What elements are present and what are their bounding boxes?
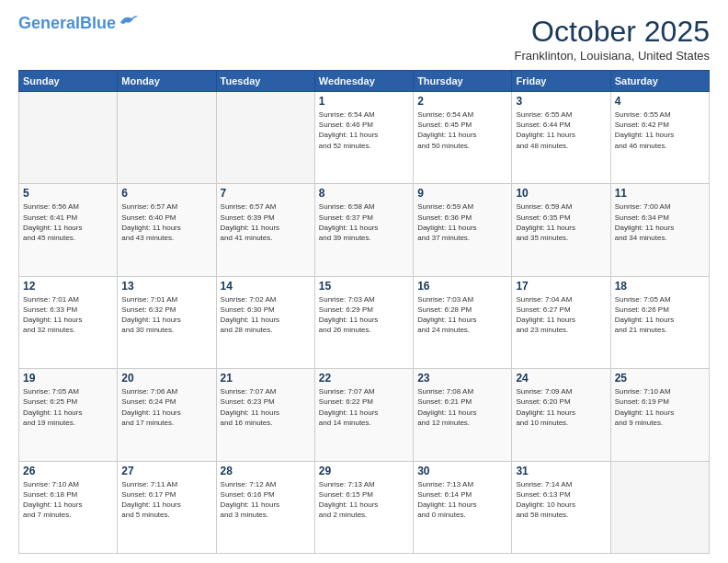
table-row: 9Sunrise: 6:59 AM Sunset: 6:36 PM Daylig… (414, 184, 512, 276)
day-number: 13 (121, 280, 211, 293)
day-number: 20 (121, 372, 211, 385)
day-number: 30 (417, 465, 507, 477)
table-row: 3Sunrise: 6:55 AM Sunset: 6:44 PM Daylig… (512, 92, 610, 184)
title-block: October 2025 Franklinton, Louisiana, Uni… (515, 15, 710, 63)
day-number: 6 (121, 187, 211, 200)
col-friday: Friday (512, 71, 610, 92)
day-number: 29 (319, 465, 409, 477)
table-row: 18Sunrise: 7:05 AM Sunset: 6:26 PM Dayli… (610, 276, 709, 368)
table-row: 30Sunrise: 7:13 AM Sunset: 6:14 PM Dayli… (414, 461, 512, 553)
day-info: Sunrise: 7:04 AM Sunset: 6:27 PM Dayligh… (516, 294, 606, 336)
day-number: 10 (516, 187, 606, 200)
day-number: 1 (319, 95, 409, 108)
table-row: 1Sunrise: 6:54 AM Sunset: 6:46 PM Daylig… (314, 92, 413, 184)
day-number: 24 (516, 372, 606, 385)
day-info: Sunrise: 6:57 AM Sunset: 6:39 PM Dayligh… (221, 201, 311, 243)
logo-bird-icon (119, 13, 139, 28)
table-row (610, 461, 709, 553)
location: Franklinton, Louisiana, United States (515, 49, 710, 63)
table-row: 19Sunrise: 7:05 AM Sunset: 6:25 PM Dayli… (19, 369, 118, 461)
header-row: Sunday Monday Tuesday Wednesday Thursday… (19, 71, 710, 92)
day-info: Sunrise: 7:13 AM Sunset: 6:15 PM Dayligh… (319, 479, 409, 521)
day-number: 21 (221, 372, 311, 385)
col-monday: Monday (118, 71, 216, 92)
table-row: 27Sunrise: 7:11 AM Sunset: 6:17 PM Dayli… (118, 461, 216, 553)
table-row: 26Sunrise: 7:10 AM Sunset: 6:18 PM Dayli… (19, 461, 118, 553)
table-row: 7Sunrise: 6:57 AM Sunset: 6:39 PM Daylig… (216, 184, 314, 276)
calendar-week-row: 26Sunrise: 7:10 AM Sunset: 6:18 PM Dayli… (19, 461, 710, 553)
day-info: Sunrise: 7:05 AM Sunset: 6:26 PM Dayligh… (615, 294, 705, 336)
day-info: Sunrise: 7:00 AM Sunset: 6:34 PM Dayligh… (615, 201, 705, 243)
day-info: Sunrise: 6:59 AM Sunset: 6:36 PM Dayligh… (417, 201, 507, 243)
table-row: 15Sunrise: 7:03 AM Sunset: 6:29 PM Dayli… (314, 276, 413, 368)
day-number: 22 (319, 372, 409, 385)
day-number: 4 (615, 95, 705, 108)
day-number: 11 (615, 187, 705, 200)
day-number: 14 (221, 280, 311, 293)
table-row (118, 92, 216, 184)
table-row (19, 92, 118, 184)
table-row: 22Sunrise: 7:07 AM Sunset: 6:22 PM Dayli… (314, 369, 413, 461)
table-row: 29Sunrise: 7:13 AM Sunset: 6:15 PM Dayli… (314, 461, 413, 553)
day-number: 5 (23, 187, 113, 200)
day-info: Sunrise: 6:57 AM Sunset: 6:40 PM Dayligh… (121, 201, 211, 243)
table-row: 14Sunrise: 7:02 AM Sunset: 6:30 PM Dayli… (216, 276, 314, 368)
col-wednesday: Wednesday (314, 71, 413, 92)
day-number: 9 (417, 187, 507, 200)
col-sunday: Sunday (19, 71, 118, 92)
day-info: Sunrise: 7:06 AM Sunset: 6:24 PM Dayligh… (121, 386, 211, 428)
table-row: 28Sunrise: 7:12 AM Sunset: 6:16 PM Dayli… (216, 461, 314, 553)
day-info: Sunrise: 7:03 AM Sunset: 6:29 PM Dayligh… (319, 294, 409, 336)
calendar-week-row: 1Sunrise: 6:54 AM Sunset: 6:46 PM Daylig… (19, 92, 710, 184)
col-tuesday: Tuesday (216, 71, 314, 92)
day-info: Sunrise: 6:54 AM Sunset: 6:45 PM Dayligh… (417, 109, 507, 151)
day-info: Sunrise: 7:09 AM Sunset: 6:20 PM Dayligh… (516, 386, 606, 428)
day-info: Sunrise: 7:14 AM Sunset: 6:13 PM Dayligh… (516, 479, 606, 521)
table-row: 13Sunrise: 7:01 AM Sunset: 6:32 PM Dayli… (118, 276, 216, 368)
table-row: 16Sunrise: 7:03 AM Sunset: 6:28 PM Dayli… (414, 276, 512, 368)
table-row: 10Sunrise: 6:59 AM Sunset: 6:35 PM Dayli… (512, 184, 610, 276)
table-row (216, 92, 314, 184)
day-number: 26 (23, 465, 113, 477)
day-info: Sunrise: 7:01 AM Sunset: 6:32 PM Dayligh… (121, 294, 211, 336)
day-info: Sunrise: 7:01 AM Sunset: 6:33 PM Dayligh… (23, 294, 113, 336)
table-row: 21Sunrise: 7:07 AM Sunset: 6:23 PM Dayli… (216, 369, 314, 461)
day-info: Sunrise: 6:55 AM Sunset: 6:44 PM Dayligh… (516, 109, 606, 151)
table-row: 31Sunrise: 7:14 AM Sunset: 6:13 PM Dayli… (512, 461, 610, 553)
day-info: Sunrise: 7:07 AM Sunset: 6:23 PM Dayligh… (221, 386, 311, 428)
col-saturday: Saturday (610, 71, 709, 92)
table-row: 8Sunrise: 6:58 AM Sunset: 6:37 PM Daylig… (314, 184, 413, 276)
day-number: 27 (121, 465, 211, 477)
day-info: Sunrise: 7:02 AM Sunset: 6:30 PM Dayligh… (221, 294, 311, 336)
day-number: 28 (221, 465, 311, 477)
day-info: Sunrise: 7:08 AM Sunset: 6:21 PM Dayligh… (417, 386, 507, 428)
table-row: 12Sunrise: 7:01 AM Sunset: 6:33 PM Dayli… (19, 276, 118, 368)
table-row: 17Sunrise: 7:04 AM Sunset: 6:27 PM Dayli… (512, 276, 610, 368)
day-number: 23 (417, 372, 507, 385)
logo-part2: Blue (80, 14, 116, 32)
table-row: 6Sunrise: 6:57 AM Sunset: 6:40 PM Daylig… (118, 184, 216, 276)
day-info: Sunrise: 7:11 AM Sunset: 6:17 PM Dayligh… (121, 479, 211, 521)
day-number: 12 (23, 280, 113, 293)
table-row: 23Sunrise: 7:08 AM Sunset: 6:21 PM Dayli… (414, 369, 512, 461)
table-row: 20Sunrise: 7:06 AM Sunset: 6:24 PM Dayli… (118, 369, 216, 461)
calendar-table: Sunday Monday Tuesday Wednesday Thursday… (18, 70, 710, 554)
calendar-week-row: 12Sunrise: 7:01 AM Sunset: 6:33 PM Dayli… (19, 276, 710, 368)
day-number: 17 (516, 280, 606, 293)
day-number: 18 (615, 280, 705, 293)
day-info: Sunrise: 7:05 AM Sunset: 6:25 PM Dayligh… (23, 386, 113, 428)
col-thursday: Thursday (414, 71, 512, 92)
table-row: 4Sunrise: 6:55 AM Sunset: 6:42 PM Daylig… (610, 92, 709, 184)
table-row: 25Sunrise: 7:10 AM Sunset: 6:19 PM Dayli… (610, 369, 709, 461)
day-number: 2 (417, 95, 507, 108)
day-number: 8 (319, 187, 409, 200)
day-info: Sunrise: 6:56 AM Sunset: 6:41 PM Dayligh… (23, 201, 113, 243)
table-row: 2Sunrise: 6:54 AM Sunset: 6:45 PM Daylig… (414, 92, 512, 184)
logo-text: GeneralBlue (18, 15, 116, 31)
logo-part1: General (18, 14, 80, 32)
table-row: 5Sunrise: 6:56 AM Sunset: 6:41 PM Daylig… (19, 184, 118, 276)
day-number: 7 (221, 187, 311, 200)
day-number: 19 (23, 372, 113, 385)
day-info: Sunrise: 7:10 AM Sunset: 6:19 PM Dayligh… (615, 386, 705, 428)
day-info: Sunrise: 7:03 AM Sunset: 6:28 PM Dayligh… (417, 294, 507, 336)
